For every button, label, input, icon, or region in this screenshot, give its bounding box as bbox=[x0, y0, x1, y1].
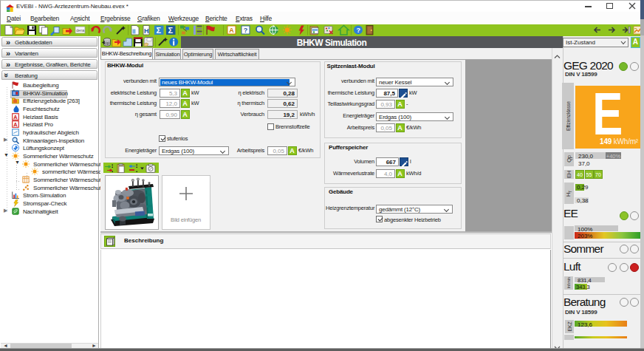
svg-text:A: A bbox=[13, 113, 18, 120]
svg-text:dena: dena bbox=[76, 28, 84, 33]
svg-text:A: A bbox=[13, 121, 18, 128]
svg-text:A: A bbox=[229, 27, 234, 34]
svg-text:H: H bbox=[144, 27, 149, 35]
svg-text:?: ? bbox=[244, 27, 248, 34]
svg-text:Σ: Σ bbox=[157, 26, 162, 35]
svg-text:?: ? bbox=[357, 27, 361, 34]
svg-text:Σ: Σ bbox=[168, 26, 174, 35]
